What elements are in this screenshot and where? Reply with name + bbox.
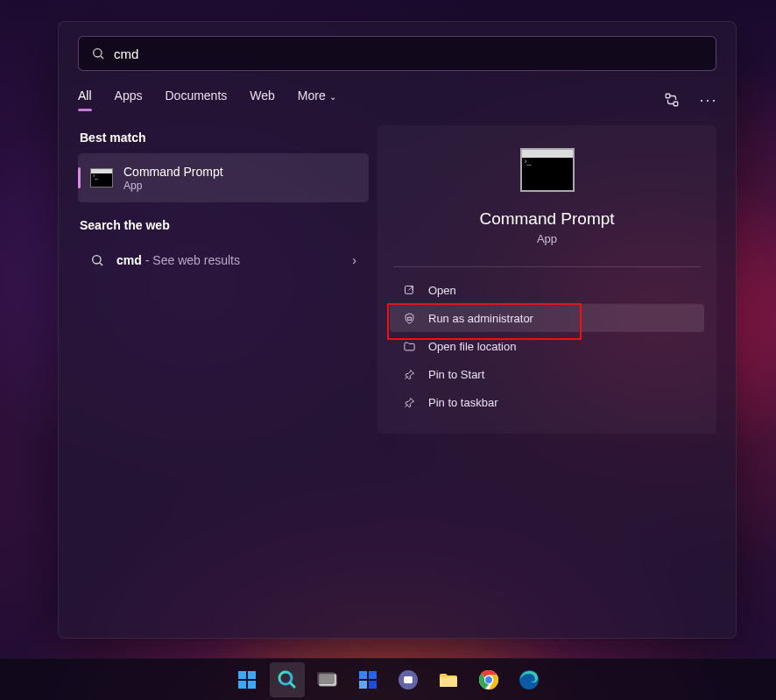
svg-rect-20 bbox=[369, 671, 377, 679]
shield-icon bbox=[402, 311, 416, 325]
filter-tabs: All Apps Documents Web More⌄ ··· bbox=[78, 88, 716, 111]
flow-icon[interactable] bbox=[664, 92, 680, 108]
taskbar-search[interactable] bbox=[270, 662, 305, 697]
svg-line-5 bbox=[100, 263, 102, 265]
search-web-heading: Search the web bbox=[80, 218, 369, 232]
action-label: Pin to taskbar bbox=[428, 396, 498, 409]
chevron-down-icon: ⌄ bbox=[329, 92, 336, 102]
svg-rect-13 bbox=[248, 681, 256, 689]
start-search-panel: All Apps Documents Web More⌄ ··· Best ma… bbox=[58, 21, 737, 639]
tab-more[interactable]: More⌄ bbox=[298, 88, 336, 111]
taskbar-edge[interactable] bbox=[511, 662, 547, 697]
svg-rect-21 bbox=[359, 681, 367, 689]
svg-point-0 bbox=[94, 49, 102, 57]
search-input[interactable] bbox=[114, 46, 703, 61]
action-label: Open bbox=[428, 284, 456, 297]
divider bbox=[393, 266, 701, 267]
svg-rect-18 bbox=[317, 672, 335, 684]
tab-documents[interactable]: Documents bbox=[165, 88, 227, 111]
result-subtitle: App bbox=[123, 180, 223, 192]
svg-rect-2 bbox=[666, 94, 670, 98]
svg-line-15 bbox=[290, 682, 294, 687]
chevron-right-icon: › bbox=[352, 253, 356, 267]
svg-rect-7 bbox=[407, 317, 411, 320]
taskbar-start[interactable] bbox=[229, 662, 265, 697]
search-box[interactable] bbox=[78, 36, 716, 71]
more-icon[interactable]: ··· bbox=[701, 92, 716, 108]
results-column: Best match Command Prompt App Search the… bbox=[78, 125, 369, 434]
preview-subtitle: App bbox=[537, 232, 557, 245]
svg-rect-24 bbox=[440, 677, 457, 687]
taskbar-chat[interactable] bbox=[391, 662, 426, 697]
taskbar bbox=[0, 658, 776, 700]
taskbar-chrome[interactable] bbox=[471, 662, 506, 697]
search-icon bbox=[90, 253, 104, 267]
svg-rect-10 bbox=[238, 671, 246, 679]
cmd-icon bbox=[520, 148, 575, 192]
result-title: Command Prompt bbox=[123, 165, 223, 179]
svg-point-4 bbox=[93, 256, 101, 264]
action-label: Open file location bbox=[428, 340, 516, 353]
open-icon bbox=[402, 283, 416, 297]
best-match-heading: Best match bbox=[80, 131, 369, 145]
svg-rect-3 bbox=[674, 102, 678, 106]
taskbar-taskview[interactable] bbox=[310, 662, 345, 697]
action-label: Run as administrator bbox=[428, 312, 533, 325]
tab-all[interactable]: All bbox=[78, 88, 92, 111]
svg-rect-12 bbox=[238, 681, 246, 689]
action-pin-start[interactable]: Pin to Start bbox=[390, 360, 704, 388]
preview-title: Command Prompt bbox=[479, 209, 614, 229]
svg-rect-11 bbox=[248, 671, 256, 679]
action-open-loc[interactable]: Open file location bbox=[390, 332, 704, 360]
taskbar-widgets[interactable] bbox=[350, 662, 385, 697]
tab-web[interactable]: Web bbox=[250, 88, 275, 111]
folder-icon bbox=[402, 339, 416, 353]
cmd-icon bbox=[90, 168, 113, 187]
taskbar-explorer[interactable] bbox=[431, 662, 466, 697]
action-pin-taskbar[interactable]: Pin to taskbar bbox=[390, 388, 704, 416]
action-label: Pin to Start bbox=[428, 368, 484, 381]
result-command-prompt[interactable]: Command Prompt App bbox=[78, 153, 369, 202]
web-term: cmd bbox=[116, 253, 142, 267]
web-result[interactable]: cmd - See web results › bbox=[78, 241, 369, 279]
action-open[interactable]: Open bbox=[390, 276, 704, 304]
svg-line-1 bbox=[101, 56, 103, 59]
web-suffix: - See web results bbox=[145, 253, 240, 267]
svg-rect-22 bbox=[369, 681, 377, 689]
preview-pane: Command Prompt App OpenRun as administra… bbox=[377, 125, 716, 434]
search-icon bbox=[91, 46, 105, 60]
svg-rect-19 bbox=[359, 671, 367, 679]
pin-icon bbox=[402, 395, 416, 409]
tab-apps[interactable]: Apps bbox=[115, 88, 143, 111]
action-run-admin[interactable]: Run as administrator bbox=[390, 304, 704, 332]
pin-icon bbox=[402, 367, 416, 381]
